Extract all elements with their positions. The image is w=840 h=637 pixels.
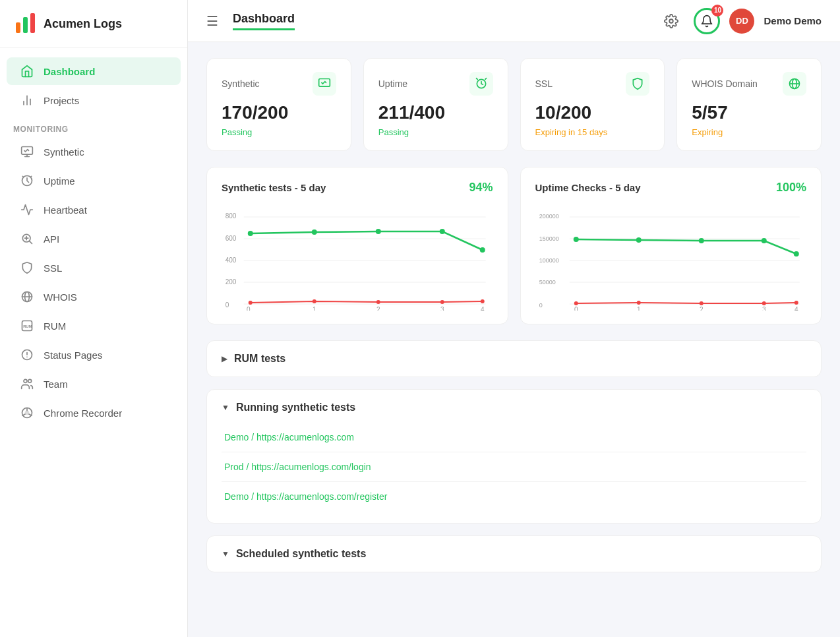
svg-point-69 — [636, 237, 641, 243]
rum-section-header[interactable]: ▶ RUM tests — [222, 353, 806, 365]
scheduled-arrow-icon: ▼ — [222, 549, 229, 559]
svg-point-76 — [762, 301, 765, 305]
chart-row: Synthetic tests - 5 day 94% 0 200 400 60… — [206, 167, 822, 324]
sidebar-item-whois[interactable]: WHOIS — [7, 283, 181, 311]
menu-icon[interactable]: ☰ — [206, 13, 218, 29]
notification-button[interactable]: 10 — [694, 8, 720, 34]
rum-icon: RUM — [20, 318, 34, 333]
page-title: Dashboard — [233, 12, 295, 30]
synthetic-chart-panel: Synthetic tests - 5 day 94% 0 200 400 60… — [206, 167, 508, 324]
sidebar-item-rum[interactable]: RUM RUM — [7, 312, 181, 340]
svg-point-47 — [480, 247, 485, 253]
sidebar-item-label: RUM — [44, 320, 66, 332]
svg-rect-2 — [30, 13, 35, 33]
running-section-header[interactable]: ▼ Running synthetic tests — [222, 402, 806, 413]
user-name: Demo Demo — [764, 15, 822, 26]
svg-text:0: 0 — [225, 301, 229, 309]
sidebar-item-label: Uptime — [44, 175, 75, 187]
sidebar-item-team[interactable]: Team — [7, 370, 181, 398]
stat-status: Passing — [378, 127, 493, 137]
svg-text:150000: 150000 — [539, 235, 558, 242]
chart-percentage: 94% — [469, 181, 493, 195]
uptime-card-icon — [469, 72, 493, 96]
whois-card-icon — [783, 72, 806, 96]
chart-title: Synthetic tests - 5 day — [222, 182, 326, 193]
sidebar-item-label: Synthetic — [44, 146, 84, 158]
svg-point-21 — [28, 379, 32, 382]
svg-text:3: 3 — [440, 306, 444, 311]
sidebar-item-projects[interactable]: Projects — [7, 86, 181, 114]
stat-label: Uptime — [378, 78, 407, 89]
uptime-icon — [20, 173, 34, 188]
scheduled-synthetic-section: ▼ Scheduled synthetic tests — [206, 535, 822, 572]
sidebar-item-status-pages[interactable]: Status Pages — [7, 341, 181, 369]
chart-percentage: 100% — [776, 181, 806, 195]
sidebar-item-chrome-recorder[interactable]: Chrome Recorder — [7, 399, 181, 427]
stat-card-whois[interactable]: WHOIS Domain 5/57 Expiring — [676, 58, 822, 151]
list-item[interactable]: Demo / https://acumenlogs.com — [222, 423, 806, 452]
list-item[interactable]: Prod / https://acumenlogs.com/login — [222, 452, 806, 482]
stat-cards-grid: Synthetic 170/200 Passing Uptime — [206, 58, 822, 151]
stat-label: Synthetic — [222, 78, 260, 89]
rum-section-title: RUM tests — [234, 353, 285, 365]
svg-point-74 — [636, 301, 640, 305]
scheduled-section-header[interactable]: ▼ Scheduled synthetic tests — [222, 548, 806, 560]
svg-point-44 — [312, 229, 317, 235]
sidebar-item-label: SSL — [44, 262, 62, 274]
topbar-title-wrap: Dashboard — [233, 12, 647, 30]
running-synthetic-section: ▼ Running synthetic tests Demo / https:/… — [206, 389, 822, 524]
stat-card-ssl[interactable]: SSL 10/200 Expiring in 15 days — [520, 58, 665, 151]
sidebar-item-ssl[interactable]: SSL — [7, 254, 181, 282]
sidebar-item-label: Dashboard — [44, 66, 95, 77]
sidebar-item-dashboard[interactable]: Dashboard — [7, 57, 181, 85]
sidebar-item-api[interactable]: API — [7, 225, 181, 253]
svg-point-20 — [24, 379, 27, 382]
svg-point-70 — [698, 238, 704, 243]
app-name: Acumen Logs — [44, 17, 122, 31]
home-icon — [20, 64, 34, 78]
sidebar-item-synthetic[interactable]: Synthetic — [7, 138, 181, 166]
svg-rect-1 — [23, 17, 28, 33]
svg-line-9 — [30, 241, 32, 244]
stat-value: 10/200 — [535, 102, 650, 123]
uptime-chart: 0 50000 100000 150000 200000 — [535, 205, 807, 311]
svg-text:100000: 100000 — [539, 257, 558, 264]
svg-text:800: 800 — [225, 212, 237, 220]
ssl-card-icon — [626, 72, 649, 96]
svg-point-46 — [440, 229, 445, 234]
svg-point-51 — [440, 300, 444, 304]
stat-label: WHOIS Domain — [692, 78, 758, 89]
avatar: DD — [729, 9, 754, 34]
chart-title: Uptime Checks - 5 day — [535, 182, 641, 193]
svg-text:4: 4 — [481, 306, 485, 311]
running-arrow-icon: ▼ — [222, 403, 229, 412]
svg-text:4: 4 — [794, 306, 798, 311]
ssl-icon — [20, 260, 34, 275]
scheduled-section-title: Scheduled synthetic tests — [236, 548, 366, 560]
sidebar-item-heartbeat[interactable]: Heartbeat — [7, 196, 181, 224]
whois-icon — [20, 289, 34, 304]
svg-point-27 — [670, 19, 674, 23]
svg-point-71 — [761, 238, 766, 243]
sidebar-item-label: Projects — [44, 95, 79, 106]
synthetic-icon — [20, 144, 34, 159]
stat-value: 5/57 — [692, 102, 806, 123]
running-tests-list: Demo / https://acumenlogs.com Prod / htt… — [222, 423, 806, 511]
sidebar-header: Acumen Logs — [0, 0, 187, 48]
uptime-chart-panel: Uptime Checks - 5 day 100% 0 50000 10000… — [520, 167, 822, 324]
stat-card-synthetic[interactable]: Synthetic 170/200 Passing — [206, 58, 351, 151]
list-item[interactable]: Demo / https://acumenlogs.com/register — [222, 482, 806, 511]
topbar: ☰ Dashboard 10 DD Demo Demo — [188, 0, 840, 42]
svg-point-43 — [248, 231, 253, 236]
sidebar-item-uptime[interactable]: Uptime — [7, 167, 181, 195]
svg-point-73 — [574, 301, 578, 305]
running-section-title: Running synthetic tests — [236, 402, 355, 413]
rum-arrow-icon: ▶ — [222, 354, 227, 363]
stat-label: SSL — [535, 78, 553, 89]
settings-button[interactable] — [658, 8, 684, 34]
svg-rect-0 — [16, 22, 20, 33]
chrome-icon — [20, 406, 34, 420]
stat-card-uptime[interactable]: Uptime 211/400 Passing — [363, 58, 508, 151]
svg-text:600: 600 — [225, 235, 237, 242]
synthetic-chart: 0 200 400 600 800 — [222, 205, 493, 311]
